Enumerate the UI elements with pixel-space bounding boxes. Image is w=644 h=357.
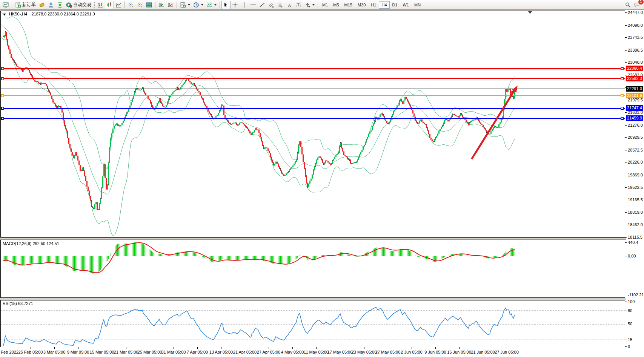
indicators-icon [180, 2, 186, 8]
text-tool-button[interactable]: A [285, 1, 294, 9]
line-chart-mode-button[interactable] [114, 1, 123, 9]
svg-text:F: F [281, 6, 283, 8]
bar-chart-icon [97, 2, 103, 8]
label-tool-button[interactable]: T [294, 1, 303, 9]
timeframe-m30[interactable]: M30 [355, 1, 368, 9]
arrows-tool-button[interactable] [303, 1, 316, 9]
indicators-button[interactable] [178, 1, 192, 9]
zoom-in-button[interactable] [126, 1, 135, 9]
zoom-out-icon [137, 2, 143, 8]
autotrading-icon [66, 2, 72, 8]
timeframe-h4[interactable]: H4 [379, 1, 389, 9]
notifications-button[interactable]: 1 [632, 1, 641, 9]
line-chart-icon [115, 2, 121, 8]
new-chart-button[interactable] [1, 1, 10, 9]
templates-button[interactable] [205, 1, 218, 9]
zoom-in-icon [128, 2, 134, 8]
vertical-line-icon [241, 2, 247, 8]
equidistant-channel-icon: E [268, 2, 274, 8]
tile-windows-icon [146, 2, 152, 8]
signal-radar-icon [57, 2, 63, 8]
search-icon [625, 2, 631, 8]
trendline-tool-button[interactable] [258, 1, 267, 9]
timeframe-d1[interactable]: D1 [390, 1, 400, 9]
auto-scroll-button[interactable] [157, 1, 166, 9]
search-button[interactable] [623, 1, 632, 9]
chart-menu-caret-icon [3, 14, 6, 15]
timeframe-mn[interactable]: MN [412, 1, 423, 9]
bar-chart-mode-button[interactable] [96, 1, 105, 9]
profiles-button[interactable] [37, 1, 46, 9]
zoom-out-button[interactable] [135, 1, 144, 9]
autotrading-button[interactable]: 自动交易 [65, 1, 93, 9]
channel-tool-button[interactable]: E [267, 1, 276, 9]
new-order-icon [15, 2, 21, 8]
notification-badge: 1 [638, 0, 644, 5]
toolbar-separator [318, 2, 318, 8]
navigator-button[interactable] [46, 1, 55, 9]
chart-shift-icon [168, 2, 174, 8]
chevron-down-icon [188, 4, 190, 6]
vertical-line-tool-button[interactable] [240, 1, 249, 9]
arrows-icon [304, 2, 310, 8]
main-toolbar: 新订单 自动交易 [0, 0, 644, 10]
timeframe-m15[interactable]: M15 [342, 1, 355, 9]
cursor-icon [223, 2, 229, 8]
chevron-down-icon [214, 4, 217, 6]
text-label-icon: T [295, 2, 301, 8]
trendline-icon [259, 2, 265, 8]
toolbar-separator [12, 2, 12, 8]
svg-text:E: E [272, 6, 274, 8]
toolbar-separator [155, 2, 155, 8]
candle-chart-mode-button[interactable] [105, 1, 114, 9]
rsi-label: RSI(15) 63.7271 [3, 301, 33, 306]
timeframe-w1[interactable]: W1 [400, 1, 412, 9]
periods-button[interactable] [192, 1, 205, 9]
chevron-down-icon [201, 4, 203, 6]
chart-title-row: HK50-,H4 21878.0 22330.0 21864.0 22291.0 [3, 12, 95, 16]
trend-arrow-line[interactable] [472, 89, 515, 159]
crosshair-tool-button[interactable] [231, 1, 240, 9]
chart-shift-marker[interactable] [528, 11, 532, 14]
new-chart-icon [3, 2, 9, 8]
chart-symbol-period: HK50-,H4 [9, 12, 27, 16]
horizontal-line-tool-button[interactable] [249, 1, 258, 9]
chart-ohlc-values: 21878.0 22330.0 21864.0 22291.0 [31, 12, 95, 16]
fibonacci-icon: F [277, 2, 283, 8]
new-order-button[interactable]: 新订单 [14, 1, 37, 9]
candlestick-chart-icon [106, 2, 112, 8]
toolbar-grip [94, 2, 95, 8]
new-order-label: 新订单 [22, 2, 36, 8]
clock-icon [193, 2, 199, 8]
tile-windows-button[interactable] [144, 1, 154, 9]
fibonacci-tool-button[interactable]: F [276, 1, 285, 9]
svg-text:A: A [288, 2, 291, 8]
signals-button[interactable] [55, 1, 65, 9]
chevron-down-icon [312, 4, 315, 6]
gold-profile-icon [39, 2, 45, 8]
horizontal-line-icon [250, 2, 256, 8]
timeframe-m5[interactable]: M5 [330, 1, 341, 9]
timeframe-group: M1M5M15M30H1H4D1W1MN [320, 1, 423, 9]
crosshair-icon [232, 2, 238, 8]
toolbar-separator [220, 2, 220, 8]
chart-shift-button[interactable] [166, 1, 175, 9]
text-icon: A [286, 2, 292, 8]
cursor-tool-button[interactable] [221, 1, 231, 9]
toolbar-separator [124, 2, 125, 8]
autotrading-label: 自动交易 [73, 2, 91, 8]
auto-scroll-icon [158, 2, 164, 8]
toolbar-separator [177, 2, 177, 8]
trading-terminal-window: { "toolbar": { "new_order_label": "新订单",… [0, 0, 644, 357]
trend-arrow-overlay [0, 0, 644, 357]
timeframe-h1[interactable]: H1 [368, 1, 379, 9]
svg-text:T: T [297, 3, 300, 7]
navigator-person-icon [48, 2, 54, 8]
timeframe-m1[interactable]: M1 [320, 1, 330, 9]
template-icon [206, 2, 212, 8]
macd-label: MACD(12,26,9) 262.50 124.51 [3, 241, 59, 246]
